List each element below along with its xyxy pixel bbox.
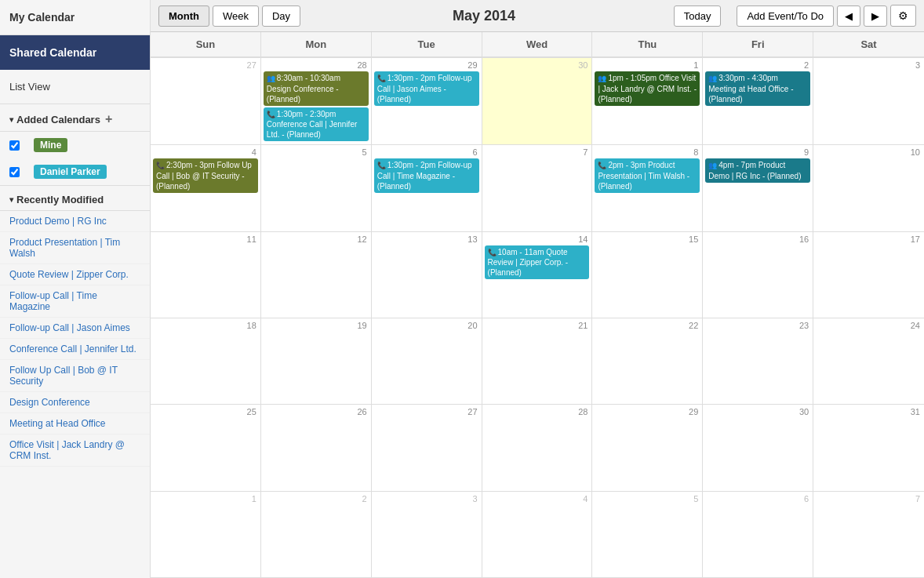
day-number: 26 xyxy=(264,406,369,418)
recent-item-4[interactable]: Follow-up Call | Jason Aimes xyxy=(0,318,150,339)
cal-cell-5-2[interactable]: 3 xyxy=(372,492,482,577)
cal-cell-3-3[interactable]: 21 xyxy=(482,318,593,404)
cal-cell-3-2[interactable]: 20 xyxy=(372,318,482,404)
cal-cell-3-5[interactable]: 23 xyxy=(703,318,813,404)
cal-cell-0-1[interactable]: 28👥8:30am - 10:30am Design Conference - … xyxy=(261,58,372,144)
day-number: 23 xyxy=(705,320,810,332)
cal-cell-2-2[interactable]: 13 xyxy=(372,232,482,318)
main-content: Month Week Day May 2014 Today Add Event/… xyxy=(151,0,924,578)
recent-item-8[interactable]: Meeting at Head Office xyxy=(0,413,150,434)
person-icon: 👥 xyxy=(708,162,717,169)
mine-calendar-tag[interactable]: Mine xyxy=(34,138,67,152)
day-number: 2 xyxy=(264,493,369,505)
event-0-4-0[interactable]: 👥1pm - 1:05pm Office Visit | Jack Landry… xyxy=(595,71,700,106)
event-1-4-0[interactable]: 📞2pm - 3pm Product Presentation | Tim Wa… xyxy=(595,158,700,193)
recently-modified-arrow: ▾ xyxy=(9,195,13,204)
cal-cell-2-1[interactable]: 12 xyxy=(261,232,372,318)
shared-calendar-nav[interactable]: Shared Calendar xyxy=(0,35,150,70)
my-calendar-title: My Calendar xyxy=(0,0,150,35)
cal-cell-0-3[interactable]: 30 xyxy=(482,58,593,144)
cal-cell-5-3[interactable]: 4 xyxy=(482,492,593,577)
recent-item-5[interactable]: Conference Call | Jennifer Ltd. xyxy=(0,339,150,360)
person-icon: 👥 xyxy=(708,75,717,82)
list-view-nav[interactable]: List View xyxy=(0,70,150,104)
event-2-3-0[interactable]: 📞10am - 11am Quote Review | Zipper Corp.… xyxy=(485,245,590,280)
event-1-5-0[interactable]: 👥4pm - 7pm Product Demo | RG Inc - (Plan… xyxy=(705,158,810,183)
day-number: 21 xyxy=(485,320,590,332)
cal-cell-2-0[interactable]: 11 xyxy=(151,232,261,318)
event-0-2-0[interactable]: 📞1:30pm - 2pm Follow-up Call | Jason Aim… xyxy=(374,71,479,106)
cal-cell-5-0[interactable]: 1 xyxy=(151,492,261,577)
day-number: 7 xyxy=(485,147,590,158)
cal-cell-5-6[interactable]: 7 xyxy=(813,492,924,577)
day-header-mon: Mon xyxy=(261,32,372,56)
cal-cell-2-3[interactable]: 14📞10am - 11am Quote Review | Zipper Cor… xyxy=(482,232,593,318)
cal-cell-4-1[interactable]: 26 xyxy=(261,405,372,490)
cal-cell-1-4[interactable]: 8📞2pm - 3pm Product Presentation | Tim W… xyxy=(592,145,703,231)
today-button[interactable]: Today xyxy=(674,5,722,27)
cal-cell-1-6[interactable]: 10 xyxy=(813,145,924,231)
next-button[interactable]: ▶ xyxy=(864,5,887,27)
recent-item-6[interactable]: Follow Up Call | Bob @ IT Security xyxy=(0,360,150,392)
daniel-calendar-tag[interactable]: Daniel Parker xyxy=(34,165,107,179)
day-number: 17 xyxy=(816,234,922,245)
day-number: 29 xyxy=(374,60,479,71)
cal-cell-1-1[interactable]: 5 xyxy=(261,145,372,231)
event-0-5-0[interactable]: 👥3:30pm - 4:30pm Meeting at Head Office … xyxy=(705,71,810,106)
phone-icon: 📞 xyxy=(156,162,165,169)
add-event-button[interactable]: Add Event/To Do xyxy=(737,5,834,27)
day-number: 12 xyxy=(264,234,369,245)
recent-item-3[interactable]: Follow-up Call | Time Magazine xyxy=(0,285,150,318)
day-number: 1 xyxy=(153,493,258,505)
add-calendar-button[interactable]: + xyxy=(105,112,112,126)
cal-cell-2-6[interactable]: 17 xyxy=(813,232,924,318)
month-view-button[interactable]: Month xyxy=(158,5,209,27)
recent-item-0[interactable]: Product Demo | RG Inc xyxy=(0,211,150,232)
recent-item-7[interactable]: Design Conference xyxy=(0,392,150,413)
cal-cell-5-1[interactable]: 2 xyxy=(261,492,372,577)
cal-cell-0-6[interactable]: 3 xyxy=(813,58,924,144)
cal-cell-0-2[interactable]: 29📞1:30pm - 2pm Follow-up Call | Jason A… xyxy=(372,58,482,144)
prev-button[interactable]: ◀ xyxy=(837,5,860,27)
event-1-2-0[interactable]: 📞1:30pm - 2pm Follow-up Call | Time Maga… xyxy=(374,158,479,193)
cal-cell-0-5[interactable]: 2👥3:30pm - 4:30pm Meeting at Head Office… xyxy=(703,58,813,144)
mine-calendar-checkbox[interactable] xyxy=(9,140,20,151)
cal-cell-4-2[interactable]: 27 xyxy=(372,405,482,490)
event-0-1-1[interactable]: 📞1:30pm - 2:30pm Conference Call | Jenni… xyxy=(264,107,369,142)
day-header-tue: Tue xyxy=(372,32,482,56)
added-calendars-arrow: ▾ xyxy=(9,115,13,124)
cal-cell-5-4[interactable]: 5 xyxy=(592,492,703,577)
cal-cell-0-0[interactable]: 27 xyxy=(151,58,261,144)
day-number: 5 xyxy=(264,147,369,158)
cal-cell-0-4[interactable]: 1👥1pm - 1:05pm Office Visit | Jack Landr… xyxy=(592,58,703,144)
cal-cell-4-0[interactable]: 25 xyxy=(151,405,261,490)
cal-cell-1-0[interactable]: 4📞2:30pm - 3pm Follow Up Call | Bob @ IT… xyxy=(151,145,261,231)
cal-cell-4-3[interactable]: 28 xyxy=(482,405,593,490)
day-number: 16 xyxy=(705,234,810,245)
recent-item-1[interactable]: Product Presentation | Tim Walsh xyxy=(0,232,150,264)
week-view-button[interactable]: Week xyxy=(213,5,259,27)
cal-cell-4-5[interactable]: 30 xyxy=(703,405,813,490)
recent-item-2[interactable]: Quote Review | Zipper Corp. xyxy=(0,264,150,285)
cal-cell-1-2[interactable]: 6📞1:30pm - 2pm Follow-up Call | Time Mag… xyxy=(372,145,482,231)
event-1-0-0[interactable]: 📞2:30pm - 3pm Follow Up Call | Bob @ IT … xyxy=(153,158,258,193)
cal-cell-4-6[interactable]: 31 xyxy=(813,405,924,490)
cal-cell-1-3[interactable]: 7 xyxy=(482,145,593,231)
cal-cell-3-6[interactable]: 24 xyxy=(813,318,924,404)
daniel-calendar-checkbox[interactable] xyxy=(9,167,20,177)
cal-cell-2-4[interactable]: 15 xyxy=(592,232,703,318)
recent-item-9[interactable]: Office Visit | Jack Landry @ CRM Inst. xyxy=(0,434,150,467)
day-view-button[interactable]: Day xyxy=(262,5,300,27)
cal-cell-3-1[interactable]: 19 xyxy=(261,318,372,404)
cal-cell-3-0[interactable]: 18 xyxy=(151,318,261,404)
event-0-1-0[interactable]: 👥8:30am - 10:30am Design Conference - (P… xyxy=(264,71,369,106)
settings-button[interactable]: ⚙ xyxy=(890,5,916,27)
cal-cell-2-5[interactable]: 16 xyxy=(703,232,813,318)
cal-cell-5-5[interactable]: 6 xyxy=(703,492,813,577)
day-number: 29 xyxy=(595,406,700,418)
cal-cell-1-5[interactable]: 9👥4pm - 7pm Product Demo | RG Inc - (Pla… xyxy=(703,145,813,231)
added-calendars-section: ▾ Added Calendars + xyxy=(0,104,150,132)
cal-cell-3-4[interactable]: 22 xyxy=(592,318,703,404)
cal-cell-4-4[interactable]: 29 xyxy=(592,405,703,490)
day-number: 20 xyxy=(374,320,479,332)
